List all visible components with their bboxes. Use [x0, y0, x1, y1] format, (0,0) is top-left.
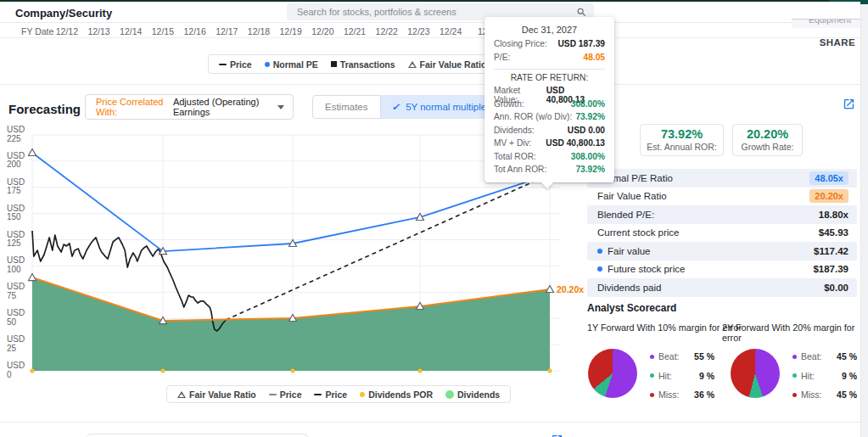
date-cell: 12/21	[339, 26, 371, 36]
legend-item-price-history[interactable]: Price	[269, 389, 302, 400]
date-cell: 12/15	[147, 26, 179, 36]
analyst-scorecard-title: Analyst Scorecard	[587, 302, 676, 314]
analyst-pie	[588, 349, 637, 398]
date-cell: 12/18	[243, 26, 275, 36]
clipped-menu-row: Equipment	[792, 19, 868, 28]
5y-normal-multiple-toggle[interactable]: 5Y normal multiple	[381, 95, 498, 119]
blue-dot-icon	[597, 249, 602, 254]
legend-item-fair-value-ratio[interactable]: Fair Value Ratio	[177, 389, 256, 400]
dash-marker-icon	[219, 64, 227, 65]
scorecard-2y-title: 2Y Forward With 20% margin for error	[722, 322, 868, 343]
open-in-new-icon[interactable]	[843, 98, 855, 110]
legend-row: Hit:9 %	[650, 370, 714, 382]
legend-item-normal-pe[interactable]: Normal PE	[265, 59, 318, 70]
growth-rate-value: 20.20%	[733, 127, 802, 141]
forecasting-title: Forecasting	[8, 102, 81, 116]
purple-dot-icon	[792, 355, 797, 359]
red-dot-icon	[650, 393, 654, 397]
date-cell: 12/22	[371, 26, 403, 36]
search-icon[interactable]	[576, 7, 587, 18]
pie-legend-2y: Beat:45 % Hit:9 % Miss:45 %	[792, 350, 857, 401]
legend-item-price-forecast[interactable]: Price	[314, 389, 347, 400]
green-dot-icon	[650, 373, 654, 378]
est-annual-ror-box: 73.92% Est. Annual ROR:	[640, 124, 724, 156]
triangle-marker-icon	[408, 61, 417, 68]
tooltip-row: MV + Div:USD 40,800.13	[494, 138, 605, 152]
chart-legend-bottom: Fair Value Ratio Price Price Dividends P…	[166, 385, 511, 403]
dot-marker-icon	[265, 62, 270, 67]
purple-dot-icon	[650, 355, 654, 359]
green-dot-icon	[792, 373, 797, 378]
table-row: Fair value$117.42	[587, 242, 857, 261]
scrollbar-track[interactable]	[860, 4, 868, 437]
date-cell: 12/13	[83, 26, 115, 36]
red-dot-icon	[792, 393, 797, 397]
chevron-down-icon	[277, 105, 284, 109]
triangle-marker-icon	[177, 391, 186, 398]
tooltip-date: Dec 31, 2027	[494, 23, 605, 39]
date-cell: 12/16	[179, 26, 211, 36]
valuation-metrics-table: Normal P/E Ratio48.05x Fair Value Ratio2…	[587, 169, 857, 297]
date-cell: 12/20	[307, 26, 339, 36]
next-section-card-clipped	[85, 434, 310, 437]
table-row: Dividends paid$0.00	[587, 278, 857, 297]
tooltip-row: Total ROR:308.00%	[494, 152, 605, 165]
legend-row: Miss:36 %	[650, 389, 714, 401]
chart-legend-top: Price Normal PE Transactions Fair Value …	[208, 54, 488, 74]
table-row: Fair Value Ratio20.20x	[587, 188, 857, 206]
square-marker-icon	[331, 61, 337, 67]
divider	[0, 84, 860, 85]
table-row: Current stock price$45.93	[587, 224, 857, 243]
divider	[494, 69, 605, 70]
check-icon	[392, 101, 400, 113]
search-input[interactable]	[297, 7, 576, 17]
tooltip-row: Tot Ann ROR:73.92%	[494, 165, 605, 178]
app-screen: Company/Security FY Date 12/12 12/13 12/…	[0, 0, 868, 437]
scorecard-1y-title: 1Y Forward With 10% margin for error	[587, 322, 742, 333]
table-row: Future stock price$187.39	[587, 261, 857, 279]
legend-item-price[interactable]: Price	[219, 59, 252, 70]
page-title: Company/Security	[15, 7, 112, 20]
share-button[interactable]: SHARE	[789, 37, 855, 48]
table-row: Blended P/E:18.80x	[587, 205, 857, 224]
open-in-new-icon[interactable]	[551, 434, 563, 437]
table-row: Normal P/E Ratio48.05x	[587, 169, 857, 188]
circle-marker-icon	[445, 390, 454, 399]
divider	[0, 37, 860, 38]
pie-legend-1y: Beat:55 % Hit:9 % Miss:36 %	[650, 350, 714, 401]
date-cell: 12/17	[210, 26, 243, 36]
price-correlated-dropdown[interactable]: Price Correlated With: Adjusted (Operati…	[85, 94, 294, 120]
legend-item-transactions[interactable]: Transactions	[331, 59, 395, 70]
analyst-pie	[731, 349, 780, 398]
growth-rate-label: Growth Rate:	[733, 142, 802, 152]
legend-item-dividends[interactable]: Dividends	[445, 389, 500, 400]
legend-item-fair-value-ratio[interactable]: Fair Value Ratio	[408, 59, 487, 70]
tooltip-section-title: RATE OF RETURN:	[494, 72, 605, 86]
divider	[0, 422, 860, 423]
dropdown-prefix: Price Correlated With:	[96, 97, 169, 117]
fiscal-dates-row: 12/12 12/13 12/14 12/15 12/16 12/17 12/1…	[51, 26, 499, 36]
legend-item-dividends-por[interactable]: Dividends POR	[360, 389, 433, 400]
date-cell: 12/24	[434, 26, 467, 36]
dash-marker-icon	[314, 394, 322, 395]
forecast-toggle-group: Estimates 5Y normal multiple	[312, 95, 497, 119]
tooltip-row: P/E:48.05	[494, 53, 605, 66]
est-annual-ror-value: 73.92%	[641, 127, 723, 141]
dash-marker-icon	[269, 394, 277, 395]
date-cell: 12/19	[275, 26, 307, 36]
date-cell: 12/14	[115, 26, 147, 36]
tooltip-row: Market Value:USD 40,800.13	[494, 86, 605, 99]
chart-tooltip: Dec 31, 2027 Closing Price:USD 187.39 P/…	[484, 17, 614, 182]
legend-row: Beat:55 %	[650, 350, 714, 362]
tooltip-row: Closing Price:USD 187.39	[494, 39, 605, 53]
blue-dot-icon	[597, 266, 602, 272]
estimates-toggle[interactable]: Estimates	[312, 95, 381, 119]
fy-date-label: FY Date	[21, 26, 53, 36]
tooltip-row: Ann. ROR (w/o Div):73.92%	[494, 112, 605, 126]
legend-row: Miss:45 %	[792, 389, 857, 401]
dot-marker-icon	[360, 392, 365, 397]
date-cell: 12/23	[403, 26, 435, 36]
date-cell: 12/12	[51, 26, 83, 36]
svg-text:20.20x: 20.20x	[557, 284, 584, 294]
legend-row: Hit:9 %	[792, 370, 857, 382]
